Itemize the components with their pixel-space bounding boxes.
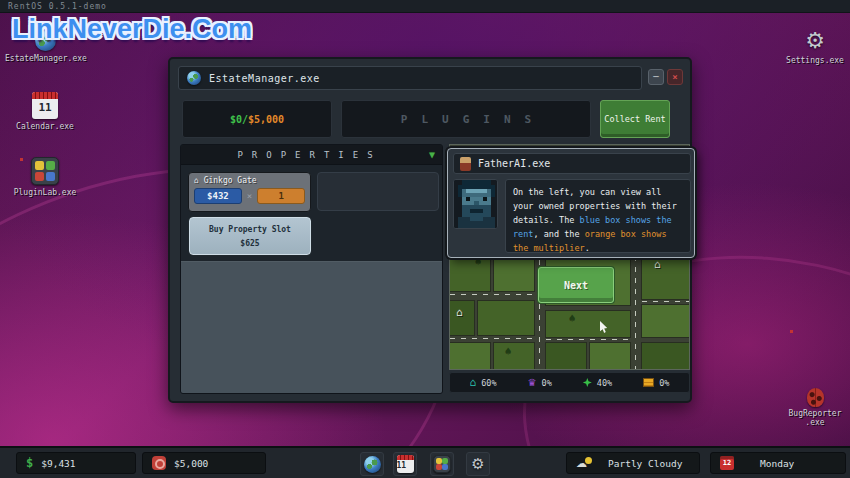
weather-label: Partly Cloudy xyxy=(608,458,682,469)
stat-industry: 0% xyxy=(643,378,669,388)
stat-housing: ⌂ 60% xyxy=(470,377,497,388)
balance-goal: $5,000 xyxy=(248,114,284,125)
empty-property-slot xyxy=(317,172,439,211)
industry-stat-icon xyxy=(643,378,654,387)
map-tile[interactable] xyxy=(642,343,690,369)
owned-house-icon: ⌂ xyxy=(456,307,463,318)
map-tile[interactable] xyxy=(642,253,690,299)
dialog-text: On the left, you can view all your owned… xyxy=(505,179,691,253)
road-lane-line xyxy=(450,294,534,295)
taskbar-app-settings[interactable]: ⚙ xyxy=(466,452,490,476)
desktop-icon-pluginlab[interactable]: PluginLab.exe xyxy=(5,157,85,197)
calendar-icon: 11 xyxy=(397,455,414,473)
fatherai-avatar-icon xyxy=(460,157,471,171)
map-tile[interactable] xyxy=(494,253,534,291)
day-label: Monday xyxy=(760,458,794,469)
taskbar-app-calendar[interactable]: 11 xyxy=(393,452,417,476)
taskbar-app-estatemanager[interactable] xyxy=(360,452,384,476)
taskbar-weather-display: ☁ Partly Cloudy xyxy=(566,452,700,474)
close-button[interactable]: × xyxy=(667,69,683,85)
balance-current: $0/ xyxy=(230,114,248,125)
desktop-spark xyxy=(790,330,793,333)
properties-panel-empty-area xyxy=(181,261,442,393)
desktop-icon-label: BugReporter xyxy=(785,409,845,418)
mini-calendar-icon: 12 xyxy=(720,456,734,470)
stat-value: 60% xyxy=(481,378,496,388)
owned-house-icon: ⌂ xyxy=(654,259,661,270)
map-tile[interactable] xyxy=(642,305,690,337)
taskbar-app-pluginlab[interactable] xyxy=(430,452,454,476)
calendar-icon-day: 11 xyxy=(397,460,414,471)
pluginlab-icon xyxy=(31,157,59,185)
pixel-portrait-art xyxy=(454,180,498,229)
globe-icon xyxy=(364,456,381,473)
rent-value-chip[interactable]: $432 xyxy=(194,188,242,204)
calendar-icon-day: 11 xyxy=(32,99,58,117)
map-tile[interactable] xyxy=(450,253,490,291)
road-lane-line xyxy=(635,245,636,370)
properties-header-label: PROPERTIES xyxy=(181,150,429,160)
collect-rent-button[interactable]: Collect Rent xyxy=(600,100,670,138)
os-version-label: RentOS 0.5.1-demo xyxy=(8,2,107,11)
stat-value: 0% xyxy=(542,378,552,388)
desktop-icon-label: Settings.exe xyxy=(783,56,847,65)
calendar-icon-header xyxy=(32,92,58,99)
dialog-title: FatherAI.exe xyxy=(478,158,550,169)
taskbar-date-display: 12 Monday xyxy=(710,452,846,474)
pluginlab-icon xyxy=(433,455,451,473)
properties-panel: PROPERTIES ▼ ⌂ Ginkgo Gate $432 × 1 Buy … xyxy=(180,144,443,394)
taskbar-goal-display: $5,000 xyxy=(142,452,266,474)
desktop-icon-label: EstateManager.exe xyxy=(5,54,85,63)
taskbar: $ $9,431 $5,000 11 ⚙ ☁ Partly Cloudy 12 … xyxy=(0,446,850,478)
road-lane-line xyxy=(546,339,630,340)
next-button[interactable]: Next xyxy=(538,267,614,303)
desktop-icon-settings[interactable]: ⚙ Settings.exe xyxy=(783,28,847,65)
gear-icon: ⚙ xyxy=(805,28,825,53)
map-tile[interactable] xyxy=(478,301,534,335)
properties-header: PROPERTIES ▼ xyxy=(181,145,442,165)
stat-value: 40% xyxy=(597,378,612,388)
plugins-button[interactable]: PLUGINS xyxy=(341,100,591,138)
house-icon: ⌂ xyxy=(194,176,199,185)
buy-property-slot-button[interactable]: Buy Property Slot $625 xyxy=(189,217,311,255)
buy-slot-label: Buy Property Slot xyxy=(209,225,291,234)
watermark-text: LinkNeverDie.Com xyxy=(12,14,252,45)
filter-icon[interactable]: ▼ xyxy=(429,149,435,160)
window-title: EstateManager.exe xyxy=(209,73,320,84)
money-value: $9,431 xyxy=(41,458,75,469)
crown-stat-icon: ♛ xyxy=(528,378,537,388)
map-tile[interactable] xyxy=(450,343,490,369)
housing-stat-icon: ⌂ xyxy=(470,377,477,388)
property-card-ginkgo-gate[interactable]: ⌂ Ginkgo Gate $432 × 1 xyxy=(188,172,311,212)
tree-icon: ♠ xyxy=(568,314,576,323)
property-name: Ginkgo Gate xyxy=(204,176,257,185)
fatherai-dialog: FatherAI.exe On the left, you can view a… xyxy=(447,148,695,258)
tree-icon: ♠ xyxy=(504,347,512,356)
balance-display[interactable]: $0/$5,000 xyxy=(182,100,332,138)
map-tile[interactable] xyxy=(590,343,630,369)
bug-icon xyxy=(807,388,824,407)
goal-value: $5,000 xyxy=(174,458,208,469)
map-tile[interactable] xyxy=(546,311,630,337)
desktop-icon-label: PluginLab.exe xyxy=(5,188,85,197)
dialog-titlebar[interactable]: FatherAI.exe xyxy=(453,153,691,174)
taskbar-money-display: $ $9,431 xyxy=(16,452,136,474)
dialog-text-part: . xyxy=(585,243,590,253)
stat-luxury: ♛ 0% xyxy=(528,378,552,388)
desktop-icon-calendar[interactable]: 11 Calendar.exe xyxy=(5,92,85,131)
road-lane-line xyxy=(642,301,690,302)
calendar-icon: 11 xyxy=(32,92,58,119)
multiplier-separator: × xyxy=(247,191,252,201)
minimize-button[interactable]: ─ xyxy=(648,69,664,85)
partly-cloudy-icon: ☁ xyxy=(576,457,592,469)
map-tile[interactable] xyxy=(546,343,586,369)
multiplier-chip[interactable]: 1 xyxy=(257,188,305,204)
goal-target-icon xyxy=(152,456,166,470)
os-topbar: RentOS 0.5.1-demo xyxy=(0,0,850,13)
nature-stat-icon xyxy=(583,378,592,387)
globe-icon xyxy=(187,71,201,85)
desktop-icon-bugreporter[interactable]: BugReporter .exe xyxy=(785,388,845,427)
window-titlebar[interactable]: EstateManager.exe xyxy=(178,66,642,90)
tree-icon: ♠ xyxy=(474,257,482,266)
map-tile[interactable] xyxy=(494,343,534,369)
